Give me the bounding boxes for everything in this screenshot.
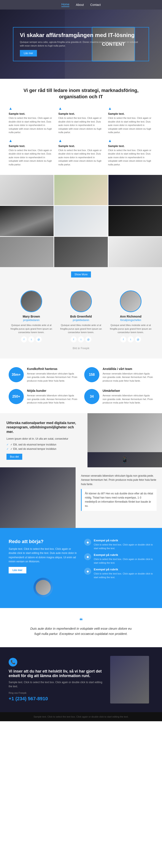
- blue-item-title-1: Exempel på rubrik: [94, 539, 153, 542]
- feature-icon-5: ▲: [58, 138, 104, 143]
- promo-cta-button[interactable]: Buu det: [6, 454, 22, 460]
- feature-title-5: Sample text.: [58, 144, 104, 148]
- avatar-1: [21, 290, 42, 312]
- features-grid: ▲ Sample text. Click to select the text …: [0, 102, 162, 175]
- blue-item-desc-2: Click to select the text box. Click agai…: [94, 557, 153, 564]
- stat-circle-4: 34: [84, 389, 99, 404]
- member-desc-2: Quisque amet tilieu molestie ante ut al …: [58, 323, 104, 334]
- twitter-icon-1[interactable]: t: [28, 336, 34, 342]
- stat-circle-3: 250+: [9, 389, 24, 404]
- feature-icon-4: ▲: [9, 138, 54, 143]
- feature-1: ▲ Sample text. Click to select the text …: [9, 106, 54, 134]
- blue-item-text-3: Exempel på rubrik Click to select the te…: [94, 568, 153, 579]
- team-grid: Mary Brown projektledaren Quisque amet t…: [9, 290, 153, 342]
- grid-img-8: [54, 237, 108, 267]
- grid-img-9: [109, 237, 162, 267]
- social-icons-2: f t @: [58, 336, 104, 342]
- facebook-icon-3[interactable]: f: [120, 336, 126, 342]
- blue-cta-button[interactable]: Läs mer: [9, 567, 26, 574]
- facebook-icon-2[interactable]: f: [71, 336, 77, 342]
- team-member-2: Bob Greenfield projektledaren Quisque am…: [58, 290, 104, 342]
- stats-section: 35m+ Kundkoftnit hanteras Aenean venenat…: [0, 359, 162, 413]
- feature-icon-2: ▲: [58, 106, 104, 111]
- member-name-2: Bob Greenfield: [58, 315, 104, 318]
- quote-text: Duis aute dolor in reprehenderit in volu…: [27, 626, 135, 637]
- feature-text-2: Click to select the text box. Click agai…: [58, 116, 104, 134]
- team-member-1: Mary Brown projektledaren Quisque amet t…: [9, 290, 54, 342]
- blue-item-text-1: Exempel på rubrik Click to select the te…: [94, 539, 153, 550]
- promo-image-top: [87, 413, 162, 452]
- stat-circle-1: 35m+: [9, 367, 24, 382]
- image-grid-section: Show More: [0, 175, 162, 282]
- blue-item-desc-1: Click to select the text box. Click agai…: [94, 543, 153, 550]
- nav-about[interactable]: About: [76, 3, 84, 6]
- team-footer: Bild är Freepik: [9, 347, 153, 350]
- intro-section: Vi ger råd till ledare inom strategi, ma…: [0, 79, 162, 175]
- instagram-icon-1[interactable]: @: [36, 336, 42, 342]
- grid-img-4: [0, 206, 53, 236]
- blue-section: Redo att börja? Sample text. Click to se…: [0, 528, 162, 608]
- stat-1: 35m+ Kundkoftnit hanteras Aenean venenat…: [9, 367, 78, 383]
- stat-info-2: Anställda i vårt team Aenean venenatis b…: [103, 367, 153, 383]
- twitter-icon-2[interactable]: t: [78, 336, 84, 342]
- facebook-icon-1[interactable]: f: [21, 336, 27, 342]
- feature-text-3: Click to select the text box. Click agai…: [108, 116, 153, 134]
- twitter-icon-3[interactable]: t: [128, 336, 134, 342]
- feature-icon-1: ▲: [9, 106, 54, 111]
- hero-box: Vi skakar affärsframgången med IT-lösnin…: [13, 27, 149, 61]
- blue-item-text-2: Exempel på rubrik Click to select the te…: [94, 553, 153, 564]
- feature-5: ▲ Sample text. Click to select the text …: [58, 138, 104, 166]
- phone-icon-overlay: 📱: [87, 452, 162, 468]
- person-image: [110, 656, 149, 704]
- stat-info-3: Nöjda kunder Aenean venenatis bibendum v…: [27, 389, 78, 405]
- stat-label-3: Nöjda kunder: [27, 389, 78, 393]
- footer-text: Sample text. Click to select the text bo…: [34, 715, 128, 718]
- member-role-2: projektledaren: [58, 319, 104, 322]
- intro-heading: Vi ger råd till ledare inom strategi, ma…: [9, 88, 153, 100]
- instagram-icon-2[interactable]: @: [85, 336, 91, 342]
- quote-box: Åh känner du till? Hen es sub duoble doc…: [81, 489, 157, 511]
- quote-band-section: ❝ Duis aute dolor in reprehenderit in vo…: [0, 608, 162, 647]
- promo-list-item-2: ✓ Elit, sed do eiusmod tempor incididun: [6, 447, 81, 451]
- avatar-3: [120, 290, 141, 312]
- nav-contact[interactable]: Contact: [90, 3, 100, 6]
- blue-num-3: ◆: [84, 568, 91, 575]
- member-name-1: Mary Brown: [9, 315, 54, 318]
- feature-text-6: Click to select the text box. Click agai…: [108, 149, 153, 166]
- hero-subtitle: Quisque semper arcu odio, ugicula fringi…: [20, 40, 142, 48]
- feature-2: ▲ Sample text. Click to select the text …: [58, 106, 104, 134]
- stat-desc-1: Aenean venenatis bibendum vitriculam lig…: [27, 372, 78, 383]
- hero-section: CONTENT Vi skakar affärsframgången med I…: [0, 9, 162, 79]
- member-name-3: Ann Richmond: [108, 315, 153, 318]
- blue-num-2: ◆: [84, 553, 91, 560]
- grid-img-3: [109, 175, 162, 205]
- phone-label: Ring oss Freepik: [9, 691, 104, 695]
- stat-4: 34 Utmärkelser Aenean venenatis bibendum…: [84, 389, 153, 405]
- grid-img-6: [109, 206, 162, 236]
- promo-right: 📱: [87, 413, 162, 468]
- feature-4: ▲ Sample text. Click to select the text …: [9, 138, 54, 166]
- navigation: Home About Contact: [0, 0, 162, 9]
- phone-number: +1 (234) 567-8910: [9, 696, 104, 702]
- show-more-wrap: Show More: [0, 267, 162, 282]
- promo-title: Utforska nationalparker med digitala tur…: [6, 421, 81, 434]
- blue-item-1: ◆ Exempel på rubrik Click to select the …: [84, 539, 153, 550]
- team-member-3: Ann Richmond försäljningschefen Quisque …: [108, 290, 153, 342]
- grid-img-1: [0, 175, 53, 205]
- show-more-button[interactable]: Show More: [71, 272, 91, 278]
- promo-section: Utforska nationalparker med digitala tur…: [0, 413, 162, 468]
- social-icons-1: f t @: [9, 336, 54, 342]
- feature-icon-3: ▲: [108, 106, 153, 111]
- nav-home[interactable]: Home: [62, 3, 69, 7]
- blue-item-desc-3: Click to select the text box. Click agai…: [94, 572, 153, 579]
- dark-left: 📞 Vi inser att du har ett helsktit liv, …: [9, 658, 104, 702]
- instagram-icon-3[interactable]: @: [135, 336, 141, 342]
- promo-list-item-1: ✓ Elit, sed do eiusmod tempor incididun: [6, 443, 81, 446]
- text-img-left: [0, 467, 76, 528]
- blue-right: ◆ Exempel på rubrik Click to select the …: [84, 539, 153, 597]
- blue-body: Sample text. Click to select the text bo…: [9, 547, 78, 564]
- hero-cta-button[interactable]: Läs mer: [20, 50, 37, 57]
- footer: Sample text. Click to select the text bo…: [0, 712, 162, 721]
- dark-heading: Vi inser att du har ett helsktit liv, så…: [9, 669, 104, 678]
- team-section: Mary Brown projektledaren Quisque amet t…: [0, 282, 162, 359]
